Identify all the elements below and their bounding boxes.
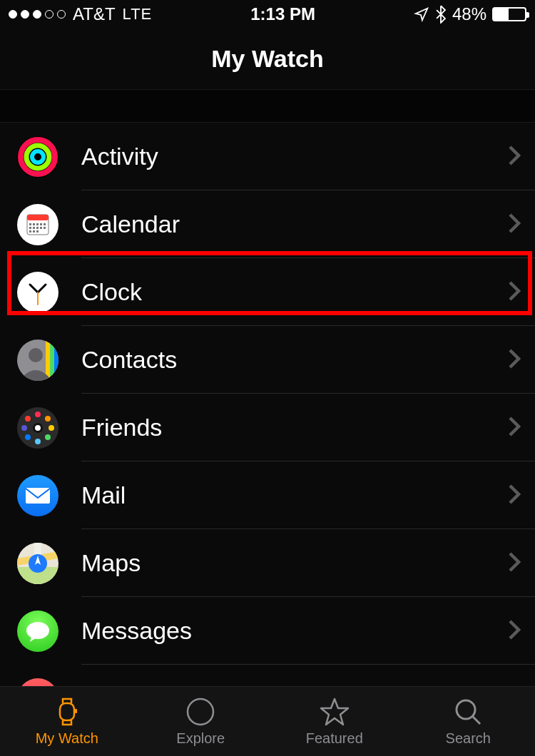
list-item-label: Mail [58, 481, 508, 509]
list-item-label: Friends [58, 414, 508, 441]
status-bar: AT&T LTE 1:13 PM 48% [0, 0, 535, 29]
list-item-contacts[interactable]: Contacts [0, 326, 535, 394]
svg-rect-42 [26, 488, 50, 504]
svg-point-53 [457, 700, 475, 719]
list-item-mail[interactable]: Mail [0, 461, 535, 529]
tab-label: Featured [306, 730, 363, 747]
chevron-right-icon [508, 280, 521, 305]
list-item-messages[interactable]: Messages [0, 597, 535, 665]
settings-list: Activity Calendar [0, 123, 535, 732]
chevron-right-icon [508, 145, 521, 169]
svg-point-34 [45, 416, 51, 422]
svg-point-29 [29, 348, 43, 362]
svg-point-40 [25, 416, 31, 422]
status-right: 48% [414, 4, 526, 24]
battery-percent: 48% [452, 4, 486, 24]
svg-rect-50 [60, 703, 74, 720]
messages-icon [17, 611, 58, 652]
bluetooth-icon [435, 5, 447, 24]
svg-point-38 [25, 434, 31, 440]
svg-point-35 [49, 425, 54, 431]
section-spacer [0, 90, 535, 123]
svg-rect-19 [36, 230, 39, 233]
list-item-label: Messages [58, 617, 508, 645]
mail-icon [17, 475, 58, 516]
svg-rect-9 [36, 223, 39, 225]
status-time: 1:13 PM [250, 4, 315, 24]
svg-rect-16 [44, 227, 46, 229]
svg-rect-15 [40, 227, 42, 229]
battery-icon [492, 7, 526, 21]
location-icon [414, 6, 429, 22]
svg-point-37 [35, 439, 41, 444]
signal-strength-icon [9, 10, 66, 19]
tab-my-watch[interactable]: My Watch [0, 687, 134, 756]
svg-point-39 [21, 425, 27, 431]
list-item-maps[interactable]: Maps [0, 529, 535, 597]
svg-point-52 [188, 699, 213, 725]
chevron-right-icon [508, 551, 521, 576]
chevron-right-icon [508, 213, 521, 237]
svg-rect-18 [33, 230, 35, 233]
tab-search[interactable]: Search [402, 687, 536, 756]
svg-rect-12 [29, 227, 31, 229]
header: My Watch [0, 29, 535, 90]
tab-bar: My Watch Explore Featured Search [0, 686, 535, 756]
contacts-icon [17, 339, 58, 381]
maps-icon [17, 543, 58, 584]
list-item-label: Activity [58, 143, 508, 170]
tab-label: My Watch [36, 730, 98, 747]
svg-rect-17 [29, 230, 31, 233]
svg-rect-6 [27, 215, 49, 220]
chevron-right-icon [508, 619, 521, 643]
list-item-label: Calendar [58, 210, 508, 238]
svg-rect-14 [36, 227, 39, 229]
svg-rect-8 [33, 223, 35, 225]
svg-rect-13 [33, 227, 35, 229]
chevron-right-icon [508, 416, 521, 440]
star-icon [319, 696, 350, 727]
chevron-right-icon [508, 348, 521, 372]
list-item-clock[interactable]: Clock [0, 258, 535, 326]
chevron-right-icon [508, 484, 521, 508]
svg-rect-7 [29, 223, 31, 225]
list-item-label: Contacts [58, 346, 508, 374]
list-item-activity[interactable]: Activity [0, 123, 535, 190]
page-title: My Watch [211, 45, 323, 73]
tab-featured[interactable]: Featured [268, 687, 402, 756]
list-item-friends[interactable]: Friends [0, 394, 535, 461]
svg-point-33 [35, 412, 41, 417]
calendar-icon [17, 204, 58, 245]
svg-point-32 [35, 425, 41, 431]
svg-rect-27 [50, 339, 54, 381]
search-icon [452, 696, 484, 727]
network-type-label: LTE [123, 5, 153, 24]
svg-rect-51 [75, 709, 77, 713]
friends-icon [17, 407, 58, 449]
carrier-label: AT&T [73, 4, 116, 24]
tab-explore[interactable]: Explore [134, 687, 268, 756]
list-item-label: Clock [58, 278, 508, 306]
svg-line-54 [473, 717, 480, 724]
svg-rect-11 [44, 223, 46, 225]
svg-point-48 [26, 622, 49, 639]
svg-point-36 [45, 434, 51, 440]
svg-rect-10 [40, 223, 42, 225]
activity-icon [17, 136, 58, 178]
tab-label: Explore [176, 730, 225, 747]
list-item-label: Maps [58, 549, 508, 577]
list-item-calendar[interactable]: Calendar [0, 190, 535, 258]
status-left: AT&T LTE [9, 4, 152, 24]
watch-icon [51, 696, 83, 727]
clock-icon [17, 272, 58, 313]
compass-icon [185, 696, 216, 727]
tab-label: Search [446, 730, 491, 747]
